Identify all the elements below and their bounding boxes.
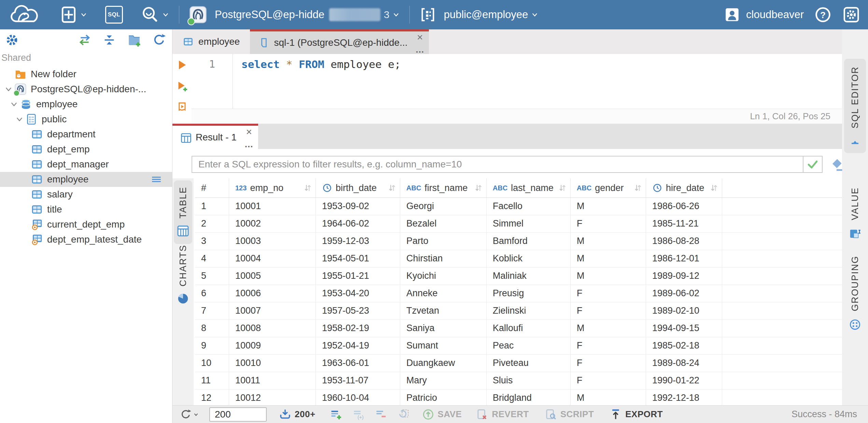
tree-item-postgresql-ep-hidden-[interactable]: PostgreSQL@ep-hidden-... [0,82,172,97]
grid-cell[interactable]: Sumant [400,337,487,354]
schema-selector[interactable]: public@employee [419,6,538,23]
row-number-cell[interactable]: 12 [195,390,229,407]
grid-cell[interactable]: 1958-02-19 [316,320,400,337]
grid-cell[interactable]: M [571,390,646,407]
grid-cell[interactable]: M [571,233,646,250]
grid-cell[interactable]: 10004 [229,250,316,267]
column-header-hire_date[interactable]: hire_date [646,178,722,197]
grid-cell[interactable]: 1992-12-18 [646,390,722,407]
grid-cell[interactable]: Bezalel [400,215,487,232]
help-button[interactable]: ? [814,6,832,24]
grid-cell[interactable]: 10002 [229,215,316,232]
grid-cell[interactable]: M [571,320,646,337]
grid-cell[interactable]: 1960-10-04 [316,390,400,407]
grid-cell[interactable]: Zielinski [487,302,571,319]
grid-cell[interactable]: 10001 [229,198,316,215]
collapse-all-icon[interactable] [102,33,116,47]
tree-item-title[interactable]: title [0,202,172,217]
grid-cell[interactable]: 1985-11-21 [646,215,722,232]
grid-cell[interactable]: 10010 [229,355,316,372]
grid-cell[interactable]: Bamford [487,233,571,250]
execute-query-new-tab-icon[interactable] [176,80,188,92]
grid-cell[interactable]: 1990-01-22 [646,372,722,389]
row-number-cell[interactable]: 4 [195,250,229,267]
grid-cell[interactable]: 1994-09-15 [646,320,722,337]
row-number-cell[interactable]: 10 [195,355,229,372]
grid-cell[interactable]: Kyoichi [400,268,487,285]
tree-item-salary[interactable]: salary [0,187,172,202]
auto-refresh-button[interactable] [397,408,410,421]
grid-cell[interactable]: Koblick [487,250,571,267]
clear-filter-icon[interactable] [829,157,844,172]
grid-cell[interactable]: 10009 [229,337,316,354]
tab-result-1[interactable]: Result - 1 × ... [172,124,258,149]
grid-cell[interactable]: 1989-08-24 [646,355,722,372]
grid-cell[interactable]: Chirstian [400,250,487,267]
tree-item-new-folder[interactable]: New folder [0,67,172,82]
filter-input[interactable] [192,156,803,172]
grid-cell[interactable]: F [571,215,646,232]
tab-sql-1[interactable]: sql-1 (PostgreSQL@ep-hidde... × ... [250,29,429,54]
driver-manager-button[interactable] [141,5,169,24]
grid-cell[interactable]: F [571,302,646,319]
grid-cell[interactable]: Mary [400,372,487,389]
grid-cell[interactable]: Peac [487,337,571,354]
grid-cell[interactable]: Patricio [400,390,487,407]
row-number-cell[interactable]: 8 [195,320,229,337]
grid-cell[interactable]: Duangkaew [400,355,487,372]
grid-cell[interactable]: M [571,250,646,267]
grid-cell[interactable]: 10005 [229,268,316,285]
grid-cell[interactable]: 1986-06-26 [646,198,722,215]
row-number-cell[interactable]: 9 [195,337,229,354]
fetch-more-button[interactable]: 200+ [279,408,316,421]
grid-cell[interactable]: Simmel [487,215,571,232]
apply-filter-button[interactable] [803,156,822,172]
tree-item-dept_emp_latest_date[interactable]: dept_emp_latest_date [0,232,172,247]
column-header-gender[interactable]: ABCgender [571,178,646,197]
grid-cell[interactable]: F [571,372,646,389]
result-more-icon[interactable]: ... [245,141,253,147]
tree-expander-icon[interactable] [8,99,20,109]
fetch-size-input[interactable] [209,407,267,422]
execute-query-icon[interactable] [176,59,188,71]
script-button[interactable]: SCRIPT [545,408,594,421]
grid-cell[interactable]: 1964-06-02 [316,215,400,232]
add-row-button[interactable] [330,408,342,421]
grid-cell[interactable]: 1989-09-12 [646,268,722,285]
grid-cell[interactable]: 1986-08-28 [646,233,722,250]
export-button[interactable]: EXPORT [610,408,663,421]
grid-cell[interactable]: 10012 [229,390,316,407]
sort-icon[interactable] [633,183,643,193]
grid-cell[interactable]: Saniya [400,320,487,337]
grid-cell[interactable]: 1955-01-21 [316,268,400,285]
grid-cell[interactable]: Tzvetan [400,302,487,319]
grid-cell[interactable]: 1963-06-01 [316,355,400,372]
tree-item-department[interactable]: department [0,127,172,142]
tab-grouping[interactable]: GROUPING [844,248,866,339]
column-header-last_name[interactable]: ABClast_name [487,178,571,197]
grid-cell[interactable]: 1957-05-23 [316,302,400,319]
tree-item-dept_emp[interactable]: dept_emp [0,142,172,157]
grid-cell[interactable]: 1953-09-02 [316,198,400,215]
grid-cell[interactable]: 1953-11-07 [316,372,400,389]
grid-cell[interactable]: 1954-05-01 [316,250,400,267]
tree-item-dept_manager[interactable]: dept_manager [0,157,172,172]
tab-more-icon[interactable]: ... [416,46,424,53]
grid-cell[interactable]: 1959-12-03 [316,233,400,250]
column-header-first_name[interactable]: ABCfirst_name [400,178,487,197]
close-tab-icon[interactable]: × [417,33,423,42]
grid-cell[interactable]: F [571,285,646,302]
tree-item-public[interactable]: public [0,112,172,127]
new-object-button[interactable] [60,5,87,24]
grid-cell[interactable]: 10011 [229,372,316,389]
column-header-birth_date[interactable]: birth_date [316,178,400,197]
row-menu-icon[interactable] [150,174,163,185]
grid-cell[interactable]: Georgi [400,198,487,215]
grid-cell[interactable]: Sluis [487,372,571,389]
tree-item-current_dept_emp[interactable]: current_dept_emp [0,217,172,232]
grid-cell[interactable]: 1953-04-20 [316,285,400,302]
sort-icon[interactable] [709,183,719,193]
row-number-cell[interactable]: 1 [195,198,229,215]
grid-cell[interactable]: M [571,268,646,285]
sort-icon[interactable] [473,183,484,193]
